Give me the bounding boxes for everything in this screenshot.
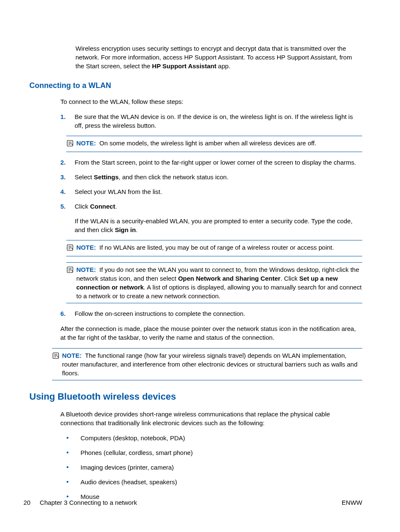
intro-text-2: app. — [216, 62, 230, 70]
note-box-3: NOTE: If you do not see the WLAN you wan… — [66, 262, 362, 303]
list-item: Phones (cellular, cordless, smart phone) — [66, 448, 362, 457]
step-4: 4. Select your WLAN from the list. — [60, 187, 362, 196]
note-label: NOTE: — [76, 139, 96, 147]
note-label: NOTE: — [76, 244, 96, 251]
note-box-2: NOTE: If no WLANs are listed, you may be… — [66, 240, 362, 256]
step-text: Click Connect. If the WLAN is a security… — [75, 202, 362, 234]
note-label: NOTE: — [62, 352, 82, 359]
note-label: NOTE: — [76, 266, 96, 273]
step-number: 5. — [60, 202, 75, 234]
step-number: 1. — [60, 112, 75, 130]
footer-left: 20 Chapter 3 Connecting to a network — [23, 498, 137, 507]
step-2: 2. From the Start screen, point to the f… — [60, 158, 362, 167]
note-text: NOTE: If you do not see the WLAN you wan… — [76, 265, 362, 300]
heading-connecting-wlan: Connecting to a WLAN — [29, 80, 362, 91]
note-icon — [66, 265, 76, 300]
step-text: Select your WLAN from the list. — [75, 187, 362, 196]
note-text: NOTE: On some models, the wireless light… — [76, 139, 362, 149]
chapter-title: Chapter 3 Connecting to a network — [40, 499, 137, 506]
page-number: 20 — [23, 499, 31, 506]
page-footer: 20 Chapter 3 Connecting to a network ENW… — [23, 498, 362, 507]
bluetooth-list: Computers (desktop, notebook, PDA) Phone… — [66, 434, 362, 501]
note-icon — [52, 351, 62, 377]
intro-paragraph: Wireless encryption uses security settin… — [75, 44, 362, 70]
note-content: On some models, the wireless light is am… — [99, 139, 316, 147]
step-3: 3. Select Settings, and then click the n… — [60, 173, 362, 181]
note-content: The functional range (how far your wirel… — [62, 352, 358, 377]
step-5: 5. Click Connect. If the WLAN is a secur… — [60, 202, 362, 234]
step-text: Follow the on-screen instructions to com… — [75, 309, 362, 318]
heading-bluetooth: Using Bluetooth wireless devices — [29, 390, 362, 403]
step-number: 2. — [60, 158, 75, 167]
note-icon — [66, 243, 76, 253]
step-number: 6. — [60, 309, 75, 318]
list-item: Imaging devices (printer, camera) — [66, 463, 362, 472]
note-box-4: NOTE: The functional range (how far your… — [52, 348, 362, 380]
step-number: 4. — [60, 187, 75, 196]
bluetooth-lead: A Bluetooth device provides short-range … — [60, 410, 362, 427]
note-text: NOTE: If no WLANs are listed, you may be… — [76, 243, 362, 253]
note-text: NOTE: The functional range (how far your… — [62, 351, 362, 377]
step-5-sub: If the WLAN is a security-enabled WLAN, … — [75, 217, 362, 234]
note-icon — [66, 139, 76, 149]
list-item: Audio devices (headset, speakers) — [66, 478, 362, 486]
wlan-lead: To connect to the WLAN, follow these ste… — [60, 97, 362, 106]
step-6: 6. Follow the on-screen instructions to … — [60, 309, 362, 318]
note-box-1: NOTE: On some models, the wireless light… — [66, 136, 362, 152]
step-text: From the Start screen, point to the far-… — [75, 158, 362, 167]
step-text: Be sure that the WLAN device is on. If t… — [75, 112, 362, 130]
step-1: 1. Be sure that the WLAN device is on. I… — [60, 112, 362, 130]
note-content: If no WLANs are listed, you may be out o… — [99, 244, 334, 251]
intro-bold: HP Support Assistant — [152, 62, 216, 70]
wlan-after: After the connection is made, place the … — [60, 324, 362, 342]
footer-right: ENWW — [342, 498, 362, 507]
list-item: Computers (desktop, notebook, PDA) — [66, 434, 362, 442]
step-text: Select Settings, and then click the netw… — [75, 173, 362, 181]
step-number: 3. — [60, 173, 75, 181]
